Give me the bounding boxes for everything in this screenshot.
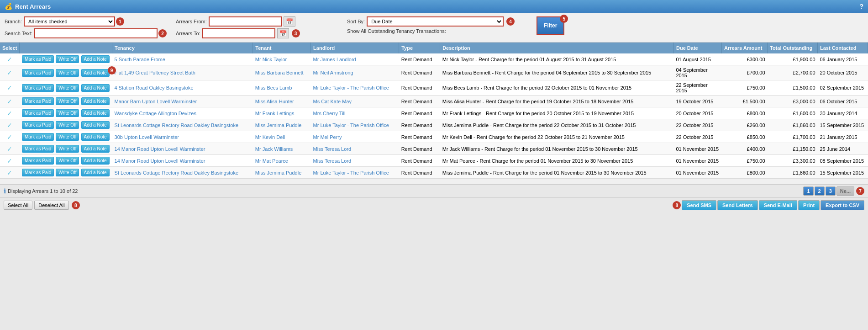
mark-as-paid-btn[interactable]: Mark as Paid xyxy=(22,169,54,176)
branch-select[interactable]: All items checked xyxy=(24,16,115,27)
add-note-btn[interactable]: Add a Note xyxy=(81,145,110,153)
mark-as-paid-btn[interactable]: Mark as Paid xyxy=(22,55,54,63)
row-tenant[interactable]: Mr Jack Williams xyxy=(253,143,311,155)
mark-as-paid-btn[interactable]: Mark as Paid xyxy=(22,145,54,153)
row-select-check[interactable]: ✓ xyxy=(0,53,20,65)
mark-as-paid-btn[interactable]: Mark as Paid xyxy=(22,97,54,105)
send-email-button[interactable]: Send E-Mail xyxy=(759,200,797,210)
row-tenancy[interactable]: 5 South Parade Frome xyxy=(112,53,253,65)
add-note-btn[interactable]: Add a Note xyxy=(81,84,110,92)
row-tenant[interactable]: Mr Mat Pearce xyxy=(253,155,311,167)
row-tenant[interactable]: Mr Kevin Dell xyxy=(253,131,311,143)
add-note-btn[interactable]: Add a Note xyxy=(81,97,110,105)
row-total-outstanding: £1,150.00 xyxy=(768,143,818,155)
horizontal-scrollbar[interactable] xyxy=(0,179,868,184)
mark-as-paid-btn[interactable]: Mark as Paid xyxy=(22,133,54,141)
row-landlord[interactable]: Mr Neil Armstrong xyxy=(311,65,399,80)
table-row: ✓ Mark as Paid Write Off Add a Note St L… xyxy=(0,119,868,131)
row-tenant[interactable]: Miss Barbara Bennett xyxy=(253,65,311,80)
row-landlord[interactable]: Mrs Cherry Till xyxy=(311,107,399,119)
row-tenancy[interactable]: St Leonards Cottage Rectory Road Oakley … xyxy=(112,119,253,131)
badge-2: 2 xyxy=(158,29,167,37)
arrears-from-calendar-btn[interactable]: 📅 xyxy=(284,16,295,27)
write-off-btn[interactable]: Write Off xyxy=(56,97,79,105)
row-landlord[interactable]: Miss Teresa Lord xyxy=(311,143,399,155)
row-tenancy[interactable]: 14 Manor Road Upton Lovell Warminster xyxy=(112,143,253,155)
deselect-all-button[interactable]: Deselect All xyxy=(34,201,68,210)
page-3-button[interactable]: 3 xyxy=(826,186,836,196)
mark-as-paid-btn[interactable]: Mark as Paid xyxy=(22,109,54,117)
row-tenancy[interactable]: 14 Manor Road Upton Lovell Warminster xyxy=(112,155,253,167)
page-1-button[interactable]: 1 xyxy=(803,186,813,196)
row-landlord[interactable]: Ms Cat Kate May xyxy=(311,96,399,107)
row-select-check[interactable]: ✓ xyxy=(0,96,20,107)
badge-3: 3 xyxy=(292,29,300,37)
add-note-btn[interactable]: Add a Note xyxy=(81,69,110,77)
table-row: ✓ Mark as Paid Write Off Add a Note 30b … xyxy=(0,131,868,143)
write-off-btn[interactable]: Write Off xyxy=(56,109,79,117)
sort-by-select[interactable]: Due Date xyxy=(367,16,504,27)
row-select-check[interactable]: ✓ xyxy=(0,119,20,131)
row-tenant[interactable]: Mr Frank Lettings xyxy=(253,107,311,119)
row-select-check[interactable]: ✓ xyxy=(0,65,20,80)
row-landlord[interactable]: Mr James Landlord xyxy=(311,53,399,65)
row-select-check[interactable]: ✓ xyxy=(0,155,20,167)
mark-as-paid-btn[interactable]: Mark as Paid xyxy=(22,157,54,165)
row-landlord[interactable]: Mr Luke Taylor - The Parish Office xyxy=(311,167,399,179)
row-tenancy[interactable]: St Leonards Cottage Rectory Road Oakley … xyxy=(112,167,253,179)
table-row: ✓ Mark as Paid Write Off Add a Note 9 Fl… xyxy=(0,65,868,80)
row-tenancy[interactable]: Flat 1,49 Great Pulteney Street Bath xyxy=(112,65,253,80)
row-tenant[interactable]: Miss Becs Lamb xyxy=(253,80,311,96)
send-letters-button[interactable]: Send Letters xyxy=(717,200,758,210)
row-tenancy[interactable]: 4 Station Road Oakley Basingstoke xyxy=(112,80,253,96)
row-landlord[interactable]: Miss Teresa Lord xyxy=(311,155,399,167)
add-note-btn[interactable]: Add a Note xyxy=(81,55,110,63)
add-note-btn[interactable]: Add a Note xyxy=(81,157,110,165)
write-off-btn[interactable]: Write Off xyxy=(56,133,79,141)
mark-as-paid-btn[interactable]: Mark as Paid xyxy=(22,84,54,92)
row-tenant[interactable]: Mr Nick Taylor xyxy=(253,53,311,65)
send-sms-button[interactable]: Send SMS xyxy=(682,200,716,210)
arrears-to-input[interactable]: 30 November 2015 xyxy=(202,28,275,38)
write-off-btn[interactable]: Write Off xyxy=(56,169,79,176)
print-button[interactable]: Print xyxy=(798,200,820,210)
row-select-check[interactable]: ✓ xyxy=(0,131,20,143)
page-next-button[interactable]: Ne... xyxy=(836,186,854,196)
write-off-btn[interactable]: Write Off xyxy=(56,157,79,165)
row-description: Miss Barbara Bennett - Rent Charge for t… xyxy=(440,65,674,80)
main-content: Select Tenancy Tenant Landlord Type Desc… xyxy=(0,43,868,184)
help-button[interactable]: ? xyxy=(859,3,863,10)
row-tenant[interactable]: Miss Jemima Puddle xyxy=(253,167,311,179)
export-csv-button[interactable]: Export to CSV xyxy=(821,200,864,210)
page-2-button[interactable]: 2 xyxy=(815,186,825,196)
mark-as-paid-btn[interactable]: Mark as Paid xyxy=(22,69,54,77)
row-tenant[interactable]: Miss Alisa Hunter xyxy=(253,96,311,107)
mark-as-paid-btn[interactable]: Mark as Paid xyxy=(22,121,54,129)
arrears-from-input[interactable] xyxy=(209,16,282,27)
row-tenancy[interactable]: Manor Barn Upton Lovell Warminster xyxy=(112,96,253,107)
write-off-btn[interactable]: Write Off xyxy=(56,84,79,92)
search-input[interactable] xyxy=(34,28,158,38)
add-note-btn[interactable]: Add a Note xyxy=(81,121,110,129)
arrears-to-calendar-btn[interactable]: 📅 xyxy=(277,28,289,38)
row-tenancy[interactable]: Wansdyke Cottage Allington Devizes xyxy=(112,107,253,119)
row-landlord[interactable]: Mr Luke Taylor - The Parish Office xyxy=(311,119,399,131)
row-select-check[interactable]: ✓ xyxy=(0,143,20,155)
row-landlord[interactable]: Mr Mel Perry xyxy=(311,131,399,143)
write-off-btn[interactable]: Write Off xyxy=(56,121,79,129)
add-note-btn[interactable]: Add a Note xyxy=(81,169,110,176)
badge-8-left: 8 xyxy=(72,201,80,209)
row-tenant[interactable]: Miss Jemima Puddle xyxy=(253,119,311,131)
add-note-btn[interactable]: Add a Note xyxy=(81,133,110,141)
select-all-button[interactable]: Select All xyxy=(4,201,32,210)
add-note-btn[interactable]: Add a Note xyxy=(81,109,110,117)
row-select-check[interactable]: ✓ xyxy=(0,80,20,96)
row-landlord[interactable]: Mr Luke Taylor - The Parish Office xyxy=(311,80,399,96)
write-off-btn[interactable]: Write Off xyxy=(56,55,79,63)
row-select-check[interactable]: ✓ xyxy=(0,167,20,179)
write-off-btn[interactable]: Write Off xyxy=(56,69,79,77)
write-off-btn[interactable]: Write Off xyxy=(56,145,79,153)
row-select-check[interactable]: ✓ xyxy=(0,107,20,119)
row-tenancy[interactable]: 30b Upton Lovell Warminster xyxy=(112,131,253,143)
badge-5: 5 xyxy=(560,15,568,23)
